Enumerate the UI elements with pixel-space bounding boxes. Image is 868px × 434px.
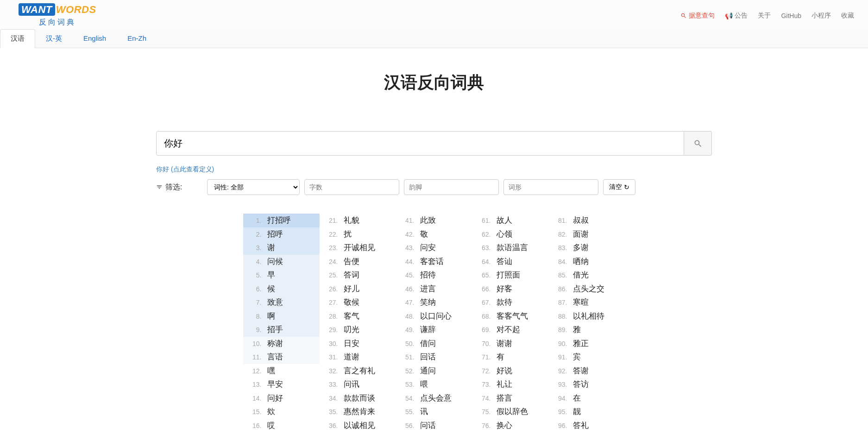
result-item[interactable]: 25.答词 [320, 268, 396, 282]
result-item[interactable]: 66.好客 [472, 282, 549, 296]
result-item[interactable]: 17.谢候 [243, 432, 320, 434]
result-item[interactable]: 49.谦辞 [396, 323, 472, 337]
result-item[interactable]: 93.答访 [549, 377, 625, 391]
result-item[interactable]: 51.回话 [396, 350, 472, 364]
result-item[interactable]: 92.答谢 [549, 364, 625, 378]
result-item[interactable]: 70.谢谢 [472, 337, 549, 351]
search-button[interactable] [684, 131, 712, 156]
result-item[interactable]: 1.打招呼 [243, 214, 320, 227]
nav-about[interactable]: 关于 [758, 12, 771, 20]
result-item[interactable]: 97.叙 [549, 432, 625, 434]
nav-fav[interactable]: 收藏 [841, 12, 854, 20]
result-item[interactable]: 42.敬 [396, 227, 472, 241]
result-item[interactable]: 64.答讪 [472, 255, 549, 269]
result-item[interactable]: 57.照会 [396, 432, 472, 434]
result-item[interactable]: 50.借问 [396, 337, 472, 351]
result-item[interactable]: 82.面谢 [549, 227, 625, 241]
result-item[interactable]: 55.讯 [396, 405, 472, 419]
result-item[interactable]: 3.谢 [243, 241, 320, 255]
nav-mini[interactable]: 小程序 [811, 12, 831, 20]
result-item[interactable]: 77.领教 [472, 432, 549, 434]
result-item[interactable]: 88.以礼相待 [549, 309, 625, 323]
result-item[interactable]: 33.问讯 [320, 377, 396, 391]
result-item[interactable]: 47.笑纳 [396, 296, 472, 309]
result-item[interactable]: 10.称谢 [243, 337, 320, 351]
result-item[interactable]: 68.客客气气 [472, 309, 549, 323]
result-item[interactable]: 37.人家 [320, 432, 396, 434]
nav-github[interactable]: GitHub [781, 12, 801, 19]
zishu-input[interactable] [304, 179, 399, 195]
result-item[interactable]: 62.心领 [472, 227, 549, 241]
result-item[interactable]: 48.以口问心 [396, 309, 472, 323]
result-item[interactable]: 67.款待 [472, 296, 549, 309]
result-item[interactable]: 61.故人 [472, 214, 549, 227]
result-item[interactable]: 13.早安 [243, 377, 320, 391]
result-item[interactable]: 95.靓 [549, 405, 625, 419]
result-item[interactable]: 41.此致 [396, 214, 472, 227]
result-item[interactable]: 63.款语温言 [472, 241, 549, 255]
result-item[interactable]: 24.告便 [320, 255, 396, 269]
result-item[interactable]: 43.问安 [396, 241, 472, 255]
search-input[interactable] [156, 131, 684, 156]
nav-juyi[interactable]: 据意查句 [680, 12, 715, 20]
definition-link[interactable]: 你好 (点此查看定义) [156, 165, 214, 173]
result-item[interactable]: 96.答礼 [549, 419, 625, 433]
result-item[interactable]: 6.候 [243, 282, 320, 296]
result-item[interactable]: 90.雅正 [549, 337, 625, 351]
result-item[interactable]: 74.搭言 [472, 391, 549, 405]
tab-zh-en[interactable]: 汉-英 [35, 29, 73, 48]
result-item[interactable]: 54.点头会意 [396, 391, 472, 405]
result-item[interactable]: 69.对不起 [472, 323, 549, 337]
result-item[interactable]: 71.有 [472, 350, 549, 364]
result-item[interactable]: 35.惠然肯来 [320, 405, 396, 419]
result-item[interactable]: 32.言之有礼 [320, 364, 396, 378]
result-item[interactable]: 8.啊 [243, 309, 320, 323]
result-item[interactable]: 87.寒暄 [549, 296, 625, 309]
result-item[interactable]: 46.进言 [396, 282, 472, 296]
result-item[interactable]: 28.客气 [320, 309, 396, 323]
clear-button[interactable]: 清空 ↻ [603, 179, 635, 195]
result-item[interactable]: 21.礼貌 [320, 214, 396, 227]
result-item[interactable]: 22.扰 [320, 227, 396, 241]
result-item[interactable]: 14.问好 [243, 391, 320, 405]
result-item[interactable]: 44.客套话 [396, 255, 472, 269]
tab-en-zh[interactable]: En-Zh [117, 29, 157, 48]
result-item[interactable]: 27.敬候 [320, 296, 396, 309]
result-item[interactable]: 73.礼让 [472, 377, 549, 391]
result-item[interactable]: 5.早 [243, 268, 320, 282]
result-item[interactable]: 75.假以辞色 [472, 405, 549, 419]
result-item[interactable]: 29.叨光 [320, 323, 396, 337]
result-item[interactable]: 56.问话 [396, 419, 472, 433]
result-item[interactable]: 94.在 [549, 391, 625, 405]
result-item[interactable]: 86.点头之交 [549, 282, 625, 296]
result-item[interactable]: 76.换心 [472, 419, 549, 433]
pos-select[interactable]: 词性: 全部 [207, 179, 300, 195]
result-item[interactable]: 23.开诚相见 [320, 241, 396, 255]
logo[interactable]: WANTWORDS 反向词典 [19, 4, 96, 27]
result-item[interactable]: 34.款款而谈 [320, 391, 396, 405]
nav-gonggao[interactable]: 📢公告 [725, 12, 748, 20]
result-item[interactable]: 83.多谢 [549, 241, 625, 255]
result-item[interactable]: 45.招待 [396, 268, 472, 282]
result-item[interactable]: 2.招呼 [243, 227, 320, 241]
cixing-input[interactable] [503, 179, 598, 195]
result-item[interactable]: 16.哎 [243, 419, 320, 433]
result-item[interactable]: 53.喂 [396, 377, 472, 391]
result-item[interactable]: 89.雅 [549, 323, 625, 337]
result-item[interactable]: 4.问候 [243, 255, 320, 269]
result-item[interactable]: 7.致意 [243, 296, 320, 309]
result-item[interactable]: 30.日安 [320, 337, 396, 351]
result-item[interactable]: 11.言语 [243, 350, 320, 364]
tab-zh[interactable]: 汉语 [0, 29, 35, 48]
result-item[interactable]: 65.打照面 [472, 268, 549, 282]
result-item[interactable]: 26.好儿 [320, 282, 396, 296]
result-item[interactable]: 9.招手 [243, 323, 320, 337]
result-item[interactable]: 15.欸 [243, 405, 320, 419]
result-item[interactable]: 72.好说 [472, 364, 549, 378]
result-item[interactable]: 85.借光 [549, 268, 625, 282]
result-item[interactable]: 36.以诚相见 [320, 419, 396, 433]
result-item[interactable]: 91.宾 [549, 350, 625, 364]
result-item[interactable]: 81.叔叔 [549, 214, 625, 227]
yunjiao-input[interactable] [404, 179, 499, 195]
tab-en[interactable]: English [73, 29, 117, 48]
